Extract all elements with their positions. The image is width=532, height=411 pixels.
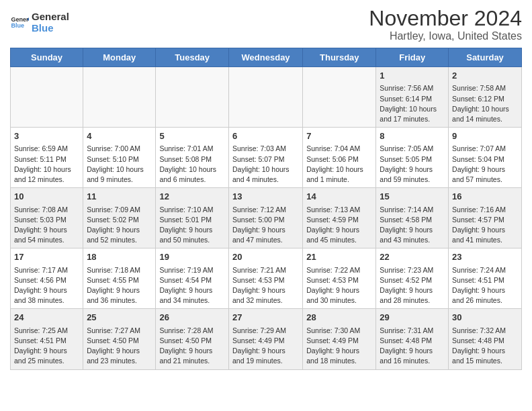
day-number: 24 [14,312,79,324]
calendar-cell: 30Sunrise: 7:32 AM Sunset: 4:48 PM Dayli… [449,309,522,369]
calendar-cell: 18Sunrise: 7:18 AM Sunset: 4:55 PM Dayli… [83,248,156,309]
calendar-cell: 27Sunrise: 7:29 AM Sunset: 4:49 PM Dayli… [228,309,302,369]
day-number: 14 [306,191,372,203]
day-number: 10 [14,191,79,203]
calendar-cell: 20Sunrise: 7:21 AM Sunset: 4:53 PM Dayli… [228,248,302,309]
day-number: 20 [232,251,299,263]
day-number: 3 [14,130,79,142]
day-number: 7 [306,130,372,142]
calendar-cell: 29Sunrise: 7:31 AM Sunset: 4:48 PM Dayli… [376,309,449,369]
day-info: Sunrise: 7:18 AM Sunset: 4:55 PM Dayligh… [87,265,152,306]
day-info: Sunrise: 7:04 AM Sunset: 5:06 PM Dayligh… [306,144,372,185]
day-number: 8 [380,130,445,142]
day-number: 2 [452,70,518,82]
calendar-week-1: 3Sunrise: 6:59 AM Sunset: 5:11 PM Daylig… [11,128,522,188]
day-number: 28 [306,312,372,324]
calendar-cell [83,67,156,128]
logo: General Blue GeneralBlue [10,11,69,34]
calendar-cell: 6Sunrise: 7:03 AM Sunset: 5:07 PM Daylig… [228,128,302,188]
day-info: Sunrise: 7:07 AM Sunset: 5:04 PM Dayligh… [452,144,518,185]
day-number: 5 [159,130,225,142]
day-number: 30 [452,312,518,324]
calendar-cell [156,67,229,128]
day-info: Sunrise: 7:09 AM Sunset: 5:02 PM Dayligh… [87,205,152,246]
day-number: 19 [159,251,225,263]
day-info: Sunrise: 7:08 AM Sunset: 5:03 PM Dayligh… [14,205,79,246]
calendar-cell: 1Sunrise: 7:56 AM Sunset: 6:14 PM Daylig… [376,67,449,128]
calendar-header-thursday: Thursday [303,48,376,67]
day-info: Sunrise: 7:22 AM Sunset: 4:53 PM Dayligh… [306,265,372,306]
day-info: Sunrise: 7:31 AM Sunset: 4:48 PM Dayligh… [380,326,445,367]
day-number: 26 [159,312,225,324]
calendar-cell: 14Sunrise: 7:13 AM Sunset: 4:59 PM Dayli… [303,188,376,248]
day-info: Sunrise: 6:59 AM Sunset: 5:11 PM Dayligh… [14,144,79,185]
calendar-cell: 26Sunrise: 7:28 AM Sunset: 4:50 PM Dayli… [156,309,229,369]
day-number: 16 [452,191,518,203]
day-number: 17 [14,251,79,263]
calendar-cell: 16Sunrise: 7:16 AM Sunset: 4:57 PM Dayli… [449,188,522,248]
calendar-cell: 17Sunrise: 7:17 AM Sunset: 4:56 PM Dayli… [11,248,83,309]
day-info: Sunrise: 7:56 AM Sunset: 6:14 PM Dayligh… [380,83,445,124]
day-number: 23 [452,251,518,263]
day-info: Sunrise: 7:27 AM Sunset: 4:50 PM Dayligh… [87,326,152,367]
day-info: Sunrise: 7:03 AM Sunset: 5:07 PM Dayligh… [232,144,299,185]
day-number: 22 [380,251,445,263]
day-info: Sunrise: 7:12 AM Sunset: 5:00 PM Dayligh… [232,205,299,246]
calendar-cell: 10Sunrise: 7:08 AM Sunset: 5:03 PM Dayli… [11,188,83,248]
day-info: Sunrise: 7:16 AM Sunset: 4:57 PM Dayligh… [452,205,518,246]
calendar-cell: 28Sunrise: 7:30 AM Sunset: 4:49 PM Dayli… [303,309,376,369]
calendar-cell [11,67,83,128]
calendar-cell: 9Sunrise: 7:07 AM Sunset: 5:04 PM Daylig… [449,128,522,188]
day-number: 18 [87,251,152,263]
day-number: 6 [232,130,299,142]
day-number: 27 [232,312,299,324]
calendar-cell: 3Sunrise: 6:59 AM Sunset: 5:11 PM Daylig… [11,128,83,188]
calendar-header-wednesday: Wednesday [228,48,302,67]
day-info: Sunrise: 7:14 AM Sunset: 4:58 PM Dayligh… [380,205,445,246]
calendar-cell: 13Sunrise: 7:12 AM Sunset: 5:00 PM Dayli… [228,188,302,248]
day-info: Sunrise: 7:24 AM Sunset: 4:51 PM Dayligh… [452,265,518,306]
day-info: Sunrise: 7:21 AM Sunset: 4:53 PM Dayligh… [232,265,299,306]
calendar-header-monday: Monday [83,48,156,67]
day-info: Sunrise: 7:29 AM Sunset: 4:49 PM Dayligh… [232,326,299,367]
day-info: Sunrise: 7:13 AM Sunset: 4:59 PM Dayligh… [306,205,372,246]
calendar-cell: 2Sunrise: 7:58 AM Sunset: 6:12 PM Daylig… [449,67,522,128]
day-number: 11 [87,191,152,203]
header: General Blue GeneralBlue November 2024 H… [10,7,522,42]
day-info: Sunrise: 7:28 AM Sunset: 4:50 PM Dayligh… [159,326,225,367]
calendar-cell: 22Sunrise: 7:23 AM Sunset: 4:52 PM Dayli… [376,248,449,309]
calendar-cell: 11Sunrise: 7:09 AM Sunset: 5:02 PM Dayli… [83,188,156,248]
logo-text: GeneralBlue [32,11,69,34]
calendar-header-row: SundayMondayTuesdayWednesdayThursdayFrid… [11,48,522,67]
calendar-cell: 4Sunrise: 7:00 AM Sunset: 5:10 PM Daylig… [83,128,156,188]
calendar-cell: 15Sunrise: 7:14 AM Sunset: 4:58 PM Dayli… [376,188,449,248]
calendar-cell: 24Sunrise: 7:25 AM Sunset: 4:51 PM Dayli… [11,309,83,369]
day-number: 15 [380,191,445,203]
day-number: 12 [159,191,225,203]
title-block: November 2024 Hartley, Iowa, United Stat… [369,7,522,42]
day-info: Sunrise: 7:01 AM Sunset: 5:08 PM Dayligh… [159,144,225,185]
calendar-week-3: 17Sunrise: 7:17 AM Sunset: 4:56 PM Dayli… [11,248,522,309]
day-number: 29 [380,312,445,324]
day-number: 9 [452,130,518,142]
calendar-cell: 23Sunrise: 7:24 AM Sunset: 4:51 PM Dayli… [449,248,522,309]
month-title: November 2024 [369,7,522,30]
day-info: Sunrise: 7:00 AM Sunset: 5:10 PM Dayligh… [87,144,152,185]
calendar-cell [228,67,302,128]
calendar-week-4: 24Sunrise: 7:25 AM Sunset: 4:51 PM Dayli… [11,309,522,369]
day-info: Sunrise: 7:05 AM Sunset: 5:05 PM Dayligh… [380,144,445,185]
calendar-cell: 7Sunrise: 7:04 AM Sunset: 5:06 PM Daylig… [303,128,376,188]
calendar-cell: 12Sunrise: 7:10 AM Sunset: 5:01 PM Dayli… [156,188,229,248]
day-info: Sunrise: 7:23 AM Sunset: 4:52 PM Dayligh… [380,265,445,306]
day-info: Sunrise: 7:25 AM Sunset: 4:51 PM Dayligh… [14,326,79,367]
calendar-header-friday: Friday [376,48,449,67]
day-info: Sunrise: 7:30 AM Sunset: 4:49 PM Dayligh… [306,326,372,367]
day-number: 21 [306,251,372,263]
svg-text:General: General [11,16,29,23]
day-info: Sunrise: 7:58 AM Sunset: 6:12 PM Dayligh… [452,83,518,124]
location-title: Hartley, Iowa, United States [369,30,522,42]
day-info: Sunrise: 7:32 AM Sunset: 4:48 PM Dayligh… [452,326,518,367]
calendar-cell: 19Sunrise: 7:19 AM Sunset: 4:54 PM Dayli… [156,248,229,309]
calendar-cell [303,67,376,128]
calendar-header-tuesday: Tuesday [156,48,229,67]
